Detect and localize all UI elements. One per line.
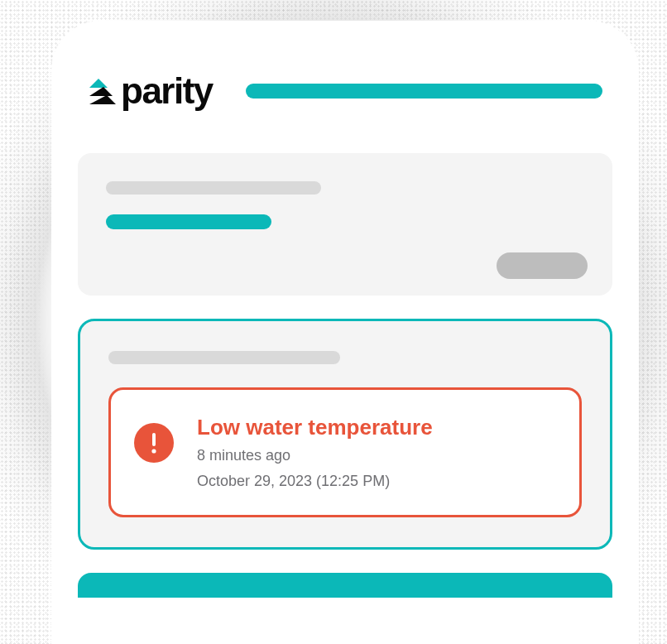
brand-wordmark: parity: [121, 70, 213, 112]
placeholder-line: [108, 351, 340, 364]
brand-logo: parity: [88, 70, 213, 112]
svg-rect-3: [152, 433, 156, 446]
alerts-panel: Low water temperature 8 minutes ago Octo…: [78, 319, 612, 550]
alert-title: Low water temperature: [197, 415, 433, 440]
svg-marker-1: [89, 87, 113, 96]
svg-point-4: [151, 449, 156, 453]
summary-panel-placeholder: [78, 153, 612, 296]
alert-card[interactable]: Low water temperature 8 minutes ago Octo…: [108, 387, 582, 517]
header: parity: [51, 70, 639, 112]
app-card: parity Low water temperature 8 mi: [51, 21, 639, 644]
svg-marker-0: [89, 79, 108, 88]
header-accent-bar: [246, 84, 602, 99]
next-panel-peek: [78, 573, 612, 598]
svg-marker-2: [89, 95, 116, 104]
placeholder-action-pill[interactable]: [497, 252, 588, 279]
placeholder-line: [106, 181, 321, 195]
alert-relative-time: 8 minutes ago: [197, 447, 433, 464]
alert-exclamation-icon: [134, 423, 174, 463]
alert-text-group: Low water temperature 8 minutes ago Octo…: [197, 415, 433, 490]
placeholder-accent-line: [106, 214, 271, 229]
brand-mark-icon: [88, 76, 116, 106]
alert-timestamp: October 29, 2023 (12:25 PM): [197, 473, 433, 490]
